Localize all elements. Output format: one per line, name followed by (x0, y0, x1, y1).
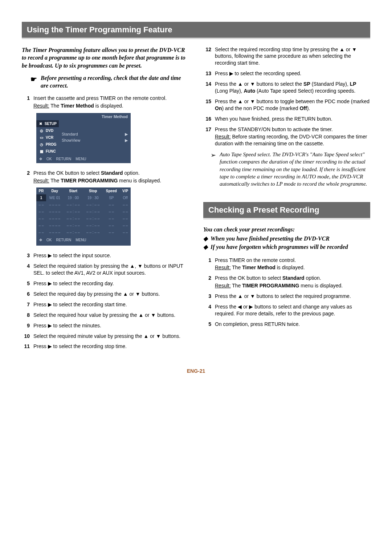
nav-icon: ✥ (39, 238, 42, 242)
cell: 1 (36, 194, 46, 201)
th-start: Start (64, 187, 83, 194)
step-number: 3 (203, 293, 211, 300)
step-text: Press the OK button to select Standard o… (215, 275, 370, 289)
osd-return: RETURN (56, 238, 71, 242)
step-text: Press the STANDBY/ON button to activate … (215, 126, 370, 148)
step-number: 1 (203, 257, 211, 271)
th-vp: V/P (120, 187, 131, 194)
cell: 19 : 30 (83, 194, 103, 201)
cell: – – (120, 201, 131, 208)
step-text: Select the required hour value by pressi… (33, 312, 189, 319)
left-steps-3: 3Press ▶ to select the input source.4Sel… (22, 252, 189, 350)
result-bold: Timer Method (61, 103, 94, 109)
step-2-bold: Standard (101, 170, 123, 176)
cell: – – (120, 229, 131, 236)
disc-icon: ◎ (38, 129, 44, 133)
bullet-text: If you have forgotten which programmes w… (211, 243, 348, 251)
osd-footer: ✥ OK RETURN MENU (36, 155, 131, 163)
step-1: 1 Insert the cassette and press TIMER on… (22, 95, 189, 109)
tape-icon: ▭ (38, 136, 44, 140)
step-text: Insert the cassette and press TIMER on t… (33, 95, 189, 109)
step-text: Press ▶ to select the recording stop tim… (33, 343, 189, 350)
pointer-text: Before presetting a recording, check tha… (41, 74, 189, 90)
t: TIMER PROGRAMMING (242, 283, 299, 288)
t: Timer Method (242, 265, 275, 270)
diamond-icon: ◆ (203, 243, 208, 251)
cell: – – : – – (64, 208, 83, 215)
step-17: 17 Press the STANDBY/ON button to activa… (203, 126, 370, 148)
left-steps-2: 2 Press the OK button to select Standard… (22, 170, 189, 184)
step-text: Press ▶ to select the minutes. (33, 322, 189, 329)
cell: – – – – (46, 222, 64, 229)
cell: – – (103, 229, 120, 236)
osd-ok: OK (46, 157, 52, 161)
heading-underline (203, 219, 370, 219)
step-number: 11 (22, 343, 30, 350)
osd-side-prog: ◷PROG (36, 141, 59, 148)
list-item: 12Select the required recording stop tim… (203, 46, 370, 67)
cell: – – : – – (83, 229, 103, 236)
osd2-footer: ✥ OK RETURN MENU (36, 236, 131, 244)
section-heading-2: Checking a Preset Recording (203, 202, 370, 218)
step-number: 4 (203, 303, 211, 317)
step-2-pre: Press the OK button to select (33, 170, 101, 176)
cell: – – (36, 215, 46, 222)
step-number: 14 (203, 81, 211, 94)
auto-tape-note: ➢ Auto Tape Speed select. The DVD-VCR's … (211, 151, 370, 187)
check-steps-rest: 3Press the ▲ or ▼ buttons to select the … (203, 293, 370, 328)
right-steps-14-15: 14 Press the ▲ or ▼ buttons to select th… (203, 81, 370, 112)
step-text: Press ▶ to select the input source. (33, 252, 189, 259)
t: ) and the non PDC mode (marked (222, 105, 299, 111)
osd-side-label: SETUP (45, 122, 57, 126)
list-item: 7Press ▶ to select the recording start t… (22, 301, 189, 308)
two-column-layout: The Timer Programming feature allows you… (22, 46, 370, 354)
right-column: 12Select the required recording stop tim… (203, 46, 370, 354)
t: The (232, 283, 242, 288)
t: (Auto Tape speed Select) recording speed… (255, 88, 355, 94)
arrow-right-icon: ▶ (125, 138, 128, 143)
result-text-1: The (50, 178, 61, 183)
osd-opt-label: Standard (62, 132, 78, 137)
osd-side-label: PROG (46, 142, 56, 146)
right-steps-17: 17 Press the STANDBY/ON button to activa… (203, 126, 370, 148)
osd-timer-programming: PR Day Start Stop Speed V/P 1WE 0119 : 0… (36, 187, 131, 246)
result-text: Before starting recording, the DVD-VCR c… (215, 134, 367, 146)
step-number: 2 (203, 275, 211, 289)
step-2-post: option. (123, 170, 140, 176)
t: is displayed. (275, 265, 305, 270)
step-text: On completion, press RETURN twice. (215, 321, 370, 328)
osd-main: Standard▶ ShowView▶ (59, 130, 131, 145)
osd-menu: MENU (75, 157, 86, 161)
step-text: Press the ◀ or ▶ buttons to select and c… (215, 303, 370, 317)
gear-icon: ✖ (38, 122, 43, 126)
right-steps-top: 12Select the required recording stop tim… (203, 46, 370, 77)
diamond-icon: ◆ (203, 235, 208, 243)
step-number: 4 (22, 263, 30, 277)
osd-opt-label: ShowView (62, 138, 80, 143)
t: option. (305, 275, 321, 281)
table-row: – –– – – –– – : – –– – : – –– –– – (36, 201, 131, 208)
step-number: 2 (22, 170, 30, 184)
list-item: 3Press the ▲ or ▼ buttons to select the … (203, 293, 370, 300)
cell: – – (103, 208, 120, 215)
step-text: When you have finished, press the RETURN… (215, 116, 370, 122)
t: (Long Play), (215, 88, 244, 94)
step-number: 5 (22, 280, 30, 287)
left-steps: 1 Insert the cassette and press TIMER on… (22, 95, 189, 109)
osd-opt-standard: Standard▶ (62, 131, 128, 137)
osd-side-label: VCR (46, 136, 53, 140)
result-text-2: menu is displayed. (118, 178, 161, 183)
osd-side-label: FUNC (46, 149, 56, 153)
pointer-icon: ☛ (30, 74, 37, 90)
heading-underline (22, 39, 370, 39)
t: On (215, 105, 222, 111)
t: Press the ▲ or ▼ buttons to select the (215, 81, 303, 87)
step-number: 12 (203, 46, 211, 67)
cell: – – (36, 222, 46, 229)
t: Standard (282, 275, 305, 281)
result-label: Result: (215, 283, 231, 288)
step-number: 15 (203, 98, 211, 112)
step-number: 10 (22, 333, 30, 340)
cell: – – (103, 215, 120, 222)
t: (Standard Play), (310, 81, 350, 87)
